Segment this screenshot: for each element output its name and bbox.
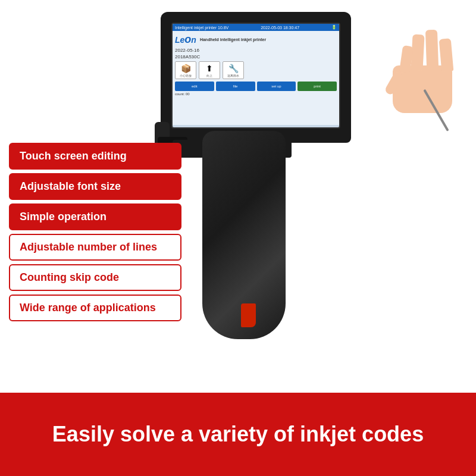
- icon2-label: 向上: [206, 74, 212, 77]
- banner-text: Easily solve a variety of inkjet codes: [52, 421, 424, 447]
- screen-date1: 2022-05-16: [175, 48, 337, 53]
- screen-header-left: Intelligent inkjet printer 10.8V: [175, 26, 228, 30]
- icon3-label: 远离雨水: [227, 74, 239, 77]
- logo-part1: Le: [175, 35, 184, 45]
- screen-date2: 2018A530C: [175, 54, 337, 60]
- palm: [393, 65, 452, 113]
- screen-icons-row: 📦 小心轻放 ⬆ 向上 🔧 远离雨水: [175, 61, 337, 79]
- screen-btn-edit: edit: [175, 82, 214, 91]
- bottom-banner: Easily solve a variety of inkjet codes: [0, 393, 476, 476]
- screen-body: Leon Handheld intelligent inkjet printer…: [173, 31, 339, 125]
- feature-box-4: Counting skip code: [9, 264, 181, 291]
- screen-count: count: 00: [175, 92, 337, 96]
- features-panel: Touch screen editingAdjustable font size…: [9, 143, 181, 321]
- hand-area: [345, 18, 464, 149]
- feature-text-0: Touch screen editing: [20, 150, 171, 162]
- screen-btn-setup: set up: [257, 82, 296, 91]
- feature-text-4: Counting skip code: [20, 271, 171, 284]
- feature-text-2: Simple operation: [20, 211, 171, 223]
- screen-subtitle: Handheld intelligent inkjet printer: [200, 37, 266, 42]
- screen-buttons-row: edit file set up print: [175, 82, 337, 91]
- screen-title-row: Leon Handheld intelligent inkjet printer: [175, 33, 337, 46]
- screen-logo: Leon: [175, 33, 196, 46]
- hand-shape: [369, 18, 464, 125]
- finger-2: [425, 30, 439, 69]
- logo-part2: n: [191, 35, 196, 45]
- battery-icon: 🔋: [331, 25, 337, 30]
- screen-icon-3: 🔧 远离雨水: [223, 61, 244, 79]
- feature-text-1: Adjustable font size: [20, 180, 171, 193]
- feature-box-0: Touch screen editing: [9, 143, 181, 170]
- device-trigger: [241, 303, 256, 327]
- finger-1: [439, 38, 454, 72]
- feature-box-2: Simple operation: [9, 203, 181, 230]
- screen-btn-print: print: [298, 82, 337, 91]
- screen-icon-1: 📦 小心轻放: [175, 61, 196, 79]
- screen-btn-file: file: [216, 82, 255, 91]
- feature-box-3: Adjustable number of lines: [9, 234, 181, 261]
- main-container: Intelligent inkjet printer 10.8V 2022-05…: [0, 0, 476, 476]
- feature-box-5: Wide range of applications: [9, 295, 181, 321]
- device-top: Intelligent inkjet printer 10.8V 2022-05…: [161, 12, 351, 143]
- screen-header: Intelligent inkjet printer 10.8V 2022-05…: [173, 24, 339, 31]
- product-area: Intelligent inkjet printer 10.8V 2022-05…: [0, 0, 476, 393]
- icon1-label: 小心轻放: [180, 74, 192, 77]
- icon3-symbol: 🔧: [228, 64, 239, 73]
- device-screen: Intelligent inkjet printer 10.8V 2022-05…: [171, 23, 340, 129]
- icon2-symbol: ⬆: [206, 64, 213, 73]
- feature-box-1: Adjustable font size: [9, 173, 181, 200]
- feature-text-3: Adjustable number of lines: [20, 241, 171, 253]
- screen-icon-2: ⬆ 向上: [199, 61, 220, 79]
- finger-3: [411, 35, 424, 71]
- feature-text-5: Wide range of applications: [20, 302, 171, 314]
- device-handle: [202, 131, 286, 339]
- screen-header-right: 2022-05-03 18:30:47: [261, 26, 299, 30]
- icon1-symbol: 📦: [181, 64, 191, 73]
